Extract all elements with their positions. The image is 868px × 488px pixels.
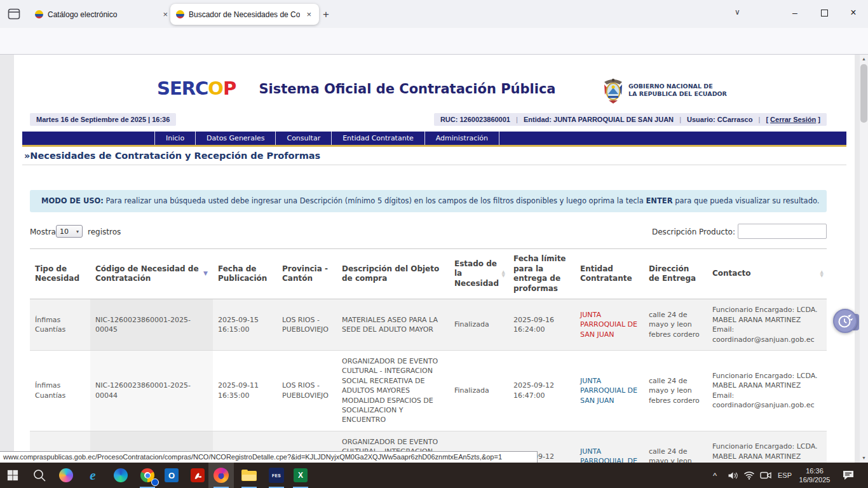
firefox-view-icon <box>8 8 20 20</box>
cell-fecha-publicacion: 2025-09-15 16:15:00 <box>213 299 277 351</box>
nav-item-administracion[interactable]: Administración <box>424 132 499 145</box>
cell-direccion: calle 24 de mayo y leon febres cordero <box>644 431 707 463</box>
ruc-value: 1260023860001 <box>459 116 510 123</box>
header-provincia-canton[interactable]: Provincia - Cantón <box>277 249 337 299</box>
chrome-profile-badge <box>151 478 159 486</box>
government-logo-text: GOBIERNO NACIONAL DE LA REPUBLICA DEL EC… <box>628 83 727 98</box>
taskbar-copilot[interactable] <box>53 463 79 488</box>
nav-item-entidad-contratante[interactable]: Entidad Contratante <box>331 132 424 145</box>
contact-email: coordinador@sanjuan.gob.ec <box>712 335 822 344</box>
scrollbar-thumb[interactable] <box>860 64 867 123</box>
taskbar-outlook[interactable]: O <box>159 463 184 488</box>
sercop-logo-p: P <box>223 78 236 99</box>
usage-note: MODO DE USO: Para realizar una búsqueda … <box>30 190 827 212</box>
header-fecha-publicacion[interactable]: Fecha de Publicación <box>213 249 277 299</box>
taskbar-fes-app[interactable]: FES <box>264 463 289 488</box>
taskbar-file-explorer[interactable] <box>236 463 262 488</box>
entity-link[interactable]: JUNTA PARROQUIAL DE SAN JUAN <box>580 311 637 339</box>
window-maximize-button[interactable] <box>810 0 839 25</box>
records-per-page-select[interactable]: 10 ▾ <box>56 225 83 238</box>
taskbar-firefox[interactable] <box>208 463 234 488</box>
window-minimize-button[interactable]: – <box>780 0 810 25</box>
date-time-bar: Martes 16 de Septiembre de 2025 | 16:36 <box>30 113 176 126</box>
ruc-label: RUC: <box>440 116 458 123</box>
acrobat-icon <box>191 468 205 482</box>
header-label: Estado de la Necesidad <box>454 259 499 288</box>
firefox-view-button[interactable] <box>5 6 23 22</box>
start-button[interactable] <box>0 463 25 488</box>
cell-codigo: NIC-1260023860001-2025-00044 <box>90 350 213 431</box>
tray-meet-now[interactable] <box>757 463 774 488</box>
header-estado-necesidad[interactable]: Estado de la Necesidad▲▼ <box>449 249 508 299</box>
tray-volume[interactable] <box>724 463 741 488</box>
action-center-button[interactable] <box>837 463 859 488</box>
sort-both-icon[interactable]: ▲▼ <box>502 270 505 278</box>
meet-now-icon <box>760 471 771 480</box>
cell-fecha-limite: 2025-09-16 16:24:00 <box>508 299 575 351</box>
language-indicator[interactable]: ESP <box>774 463 796 488</box>
tray-clock[interactable]: 16:36 16/9/2025 <box>796 463 834 488</box>
cell-contacto: Funcionario Encargado: LCDA. MABEL ARANA… <box>707 431 827 463</box>
sort-desc-glyph: ▼ <box>502 274 505 278</box>
cell-entidad: JUNTA PARROQUIAL DE SAN JUAN <box>575 350 644 431</box>
header-entidad-contratante[interactable]: Entidad Contratante <box>575 249 644 299</box>
header-label: Fecha de Publicación <box>218 264 267 283</box>
product-filter-input[interactable] <box>738 224 827 239</box>
header-direccion-entrega[interactable]: Dirección de Entrega <box>644 249 707 299</box>
usage-note-text2: para que pueda visualizar su resultado. <box>673 196 820 205</box>
page-main-title: Sistema Oficial de Contratación Pública <box>259 81 555 97</box>
contact-funcionario: Funcionario Encargado: LCDA. MABEL ARANA… <box>712 442 822 461</box>
cell-direccion: calle 24 de mayo y leon febres cordero <box>644 350 707 431</box>
header-fecha-limite[interactable]: Fecha límite para la entrega de proforma… <box>508 249 575 299</box>
main-navigation: Inicio Datos Generales Consultar Entidad… <box>22 132 846 145</box>
tab-close-icon[interactable]: × <box>161 10 170 19</box>
chevron-down-icon: ▾ <box>76 229 79 234</box>
cell-provincia: LOS RIOS - PUEBLOVIEJO <box>277 350 337 431</box>
divider <box>22 165 846 165</box>
list-all-tabs-button[interactable]: ∨ <box>735 8 740 17</box>
tray-show-hidden-icons[interactable]: ^ <box>707 463 723 488</box>
cell-descripcion: ORGANIZADOR DE EVENTO CULTURAL - INTEGRA… <box>337 350 449 431</box>
tab-catalogo-electronico[interactable]: Catálogo electrónico × <box>29 4 175 25</box>
header-label: Tipo de Necesidad <box>35 264 79 283</box>
entity-link[interactable]: JUNTA PARROQUIAL DE SAN JUAN <box>580 447 637 463</box>
entity-link[interactable]: JUNTA PARROQUIAL DE SAN JUAN <box>580 377 637 405</box>
cell-direccion: calle 24 de mayo y leon febres cordero <box>644 299 707 351</box>
nav-item-consultar[interactable]: Consultar <box>275 132 331 145</box>
new-tab-button[interactable]: + <box>318 6 334 23</box>
sort-both-icon[interactable]: ▲▼ <box>820 270 824 278</box>
session-bar: RUC: 1260023860001 | Entidad: JUNTA PARR… <box>434 113 827 126</box>
header-codigo-necesidad[interactable]: Código de Necesidad de Contratación▼ <box>90 249 213 299</box>
taskbar-acrobat[interactable] <box>185 463 210 488</box>
sort-descending-icon[interactable]: ▼ <box>203 270 208 278</box>
scrollbar-down-icon[interactable]: ▼ <box>860 454 868 463</box>
contact-email: coordinador@sanjuan.gob.ec <box>712 400 822 410</box>
header-tipo-necesidad[interactable]: Tipo de Necesidad <box>30 249 90 299</box>
separator: | <box>758 116 760 123</box>
header-descripcion-objeto[interactable]: Descripción del Objeto de compra <box>337 249 449 299</box>
records-per-page-value: 10 <box>60 227 69 236</box>
timer-widget[interactable] <box>833 309 857 333</box>
cell-codigo: NIC-1260023860001-2025-00045 <box>90 299 213 351</box>
table-row: Ínfimas Cuantías NIC-1260023860001-2025-… <box>30 350 827 431</box>
taskbar-search-button[interactable] <box>27 463 52 488</box>
tray-wifi[interactable] <box>741 463 757 488</box>
page-scrollbar[interactable]: ▲ ▼ <box>860 55 868 463</box>
taskbar-edge[interactable] <box>108 463 133 488</box>
taskbar-excel[interactable]: X <box>288 463 313 488</box>
nav-items: Inicio Datos Generales Consultar Entidad… <box>154 132 499 145</box>
window-close-button[interactable]: × <box>839 0 868 25</box>
logout-link[interactable]: Cerrar Sesión <box>770 116 816 123</box>
contact-funcionario: Funcionario Encargado: LCDA. MABEL ARANA… <box>712 371 822 391</box>
nav-item-inicio[interactable]: Inicio <box>154 132 195 145</box>
entity-value: JUNTA PARROQUIAL DE SAN JUAN <box>553 116 674 123</box>
scrollbar-up-icon[interactable]: ▲ <box>860 55 868 64</box>
taskbar-chrome[interactable] <box>135 463 160 488</box>
nav-item-datos-generales[interactable]: Datos Generales <box>195 132 275 145</box>
wifi-icon <box>743 471 755 480</box>
tab-close-icon[interactable]: × <box>304 10 313 19</box>
tab-buscador-necesidades[interactable]: Buscador de Necesidades de Co × <box>170 4 319 25</box>
header-contacto[interactable]: Contacto▲▼ <box>707 249 827 299</box>
taskbar-internet-explorer[interactable]: e <box>80 463 105 488</box>
header-label: Fecha límite para la entrega de proforma… <box>513 254 566 293</box>
